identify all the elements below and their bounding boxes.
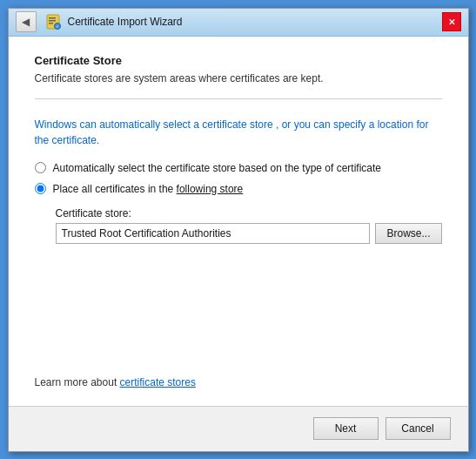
svg-rect-2 bbox=[49, 20, 56, 22]
radio-auto[interactable] bbox=[35, 162, 46, 173]
radio-manual[interactable] bbox=[35, 183, 46, 194]
title-bar: ◀ ✓ Certificate Import Wizard ✕ bbox=[9, 9, 468, 37]
radio-option-auto[interactable]: Automatically select the certificate sto… bbox=[35, 162, 442, 174]
cert-icon: ✓ bbox=[45, 13, 63, 30]
back-icon: ◀ bbox=[22, 16, 30, 28]
info-text-highlighted: Windows can automatically select a certi… bbox=[35, 118, 273, 131]
cancel-button[interactable]: Cancel bbox=[385, 417, 451, 440]
svg-rect-3 bbox=[49, 23, 53, 24]
radio-manual-text: Place all certificates in the bbox=[53, 183, 177, 195]
spacer bbox=[35, 244, 442, 376]
divider bbox=[35, 98, 442, 99]
learn-more-prefix: Learn more about bbox=[35, 376, 120, 388]
cert-store-input[interactable] bbox=[56, 223, 371, 244]
title-bar-buttons: ✕ bbox=[442, 12, 461, 31]
svg-text:✓: ✓ bbox=[56, 24, 59, 29]
back-button[interactable]: ◀ bbox=[16, 11, 37, 32]
info-text: Windows can automatically select a certi… bbox=[35, 117, 442, 148]
cert-store-section: Certificate store: Browse... bbox=[56, 207, 442, 244]
wizard-window: ◀ ✓ Certificate Import Wizard ✕ Certific… bbox=[8, 8, 469, 452]
info-text-2: , bbox=[276, 118, 282, 131]
footer: Next Cancel bbox=[9, 406, 468, 451]
learn-more-link[interactable]: certificate stores bbox=[120, 376, 196, 388]
radio-option-manual[interactable]: Place all certificates in the following … bbox=[35, 183, 442, 195]
section-description: Certificate stores are system areas wher… bbox=[35, 72, 442, 84]
close-button[interactable]: ✕ bbox=[442, 12, 461, 31]
window-title: Certificate Import Wizard bbox=[68, 16, 183, 28]
browse-button[interactable]: Browse... bbox=[375, 223, 441, 244]
radio-manual-label: Place all certificates in the following … bbox=[53, 183, 244, 195]
title-bar-left: ◀ ✓ Certificate Import Wizard bbox=[16, 11, 183, 32]
svg-rect-1 bbox=[49, 17, 56, 19]
learn-more: Learn more about certificate stores bbox=[35, 376, 442, 388]
cert-store-row: Browse... bbox=[56, 223, 442, 244]
radio-auto-label: Automatically select the certificate sto… bbox=[53, 162, 382, 174]
radio-manual-underline: following store bbox=[177, 183, 244, 195]
next-button[interactable]: Next bbox=[313, 417, 379, 440]
wizard-content: Certificate Store Certificate stores are… bbox=[9, 37, 468, 406]
section-title: Certificate Store bbox=[35, 54, 442, 67]
cert-store-label: Certificate store: bbox=[56, 207, 442, 219]
